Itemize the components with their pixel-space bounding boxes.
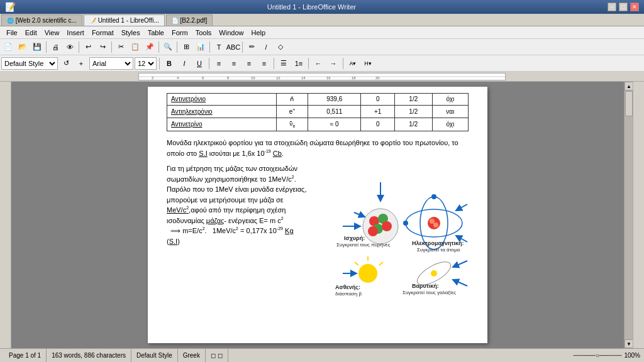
svg-text:20: 20 [375, 76, 380, 80]
align-right-btn[interactable]: ≡ [242, 57, 256, 70]
highlight-btn[interactable]: H▾ [361, 57, 375, 70]
table-cell: όχι [432, 94, 468, 106]
paragraph-1: Μονάδα ηλεκτρικού φορτίου για τα στοιχει… [167, 138, 469, 158]
style-update-btn[interactable]: ↺ [59, 57, 73, 70]
maximize-button[interactable]: □ [619, 3, 628, 11]
strong-label: Ισχυρή: [344, 235, 365, 241]
new-style-btn[interactable]: + [74, 57, 88, 70]
menu-view[interactable]: View [41, 28, 64, 38]
minimize-button[interactable]: − [608, 3, 616, 11]
main-area: Αντινετρόνιο n̄ 939,6 0 1/2 όχι Αντιηλεκ… [0, 82, 644, 348]
draw-btn[interactable]: ✏ [245, 40, 258, 54]
align-left-btn[interactable]: ≡ [212, 57, 226, 70]
zoom-slider[interactable]: ─────○───── [574, 352, 622, 359]
tab-pdf[interactable]: 📄 [B2.2.pdf] [166, 14, 213, 26]
table-cell: 1/2 [395, 94, 432, 106]
preview-btn[interactable]: 👁 [63, 40, 77, 54]
underline-mev: MeV/c2 [167, 206, 189, 214]
table-cell: ≈ 0 [308, 118, 361, 131]
sep6 [209, 41, 210, 53]
scroll-up-btn[interactable]: ▲ [625, 82, 633, 90]
close-button[interactable]: ✕ [630, 3, 639, 11]
redo-btn[interactable]: ↪ [96, 40, 109, 54]
menu-insert[interactable]: Insert [63, 28, 88, 38]
sep-f2 [209, 58, 209, 69]
find-btn[interactable]: 🔍 [161, 40, 175, 54]
align-justify-btn[interactable]: ≡ [257, 57, 271, 70]
svg-text:10: 10 [251, 76, 255, 80]
shapes-btn[interactable]: ◇ [274, 40, 287, 54]
numlist-btn[interactable]: 1≡ [292, 57, 306, 70]
print-btn[interactable]: 🖨 [48, 40, 62, 54]
table-cell: 0 [361, 94, 395, 106]
copy-btn[interactable]: 📋 [128, 40, 142, 54]
svg-text:12: 12 [276, 76, 280, 80]
sep1 [46, 41, 47, 53]
line-btn[interactable]: / [259, 40, 273, 54]
tab-web[interactable]: 🌐 [Web 2.0 scientific c... [1, 14, 82, 26]
spell-btn[interactable]: ABC [226, 40, 240, 54]
menu-window[interactable]: Window [215, 28, 247, 38]
save-btn[interactable]: 💾 [30, 40, 44, 54]
document-area[interactable]: Αντινετρόνιο n̄ 939,6 0 1/2 όχι Αντιηλεκ… [11, 82, 624, 348]
font-select[interactable]: Arial [89, 57, 133, 70]
menu-table[interactable]: Table [144, 28, 168, 38]
menu-tools[interactable]: Tools [192, 28, 216, 38]
vertical-scrollbar[interactable]: ▲ ▼ [624, 82, 633, 348]
style-select[interactable]: Default Style [1, 57, 58, 70]
menu-form[interactable]: Form [168, 28, 192, 38]
svg-point-22 [430, 219, 435, 224]
table-cell: Αντιηλεκτρόνιο [167, 106, 277, 118]
svg-point-23 [433, 222, 438, 228]
menu-styles[interactable]: Styles [118, 28, 144, 38]
indent-inc-btn[interactable]: → [326, 57, 340, 70]
align-center-btn[interactable]: ≡ [227, 57, 241, 70]
status-right: ─────○───── 100% [574, 352, 640, 359]
paste-btn[interactable]: 📌 [143, 40, 157, 54]
table-row: Αντινετρόνιο n̄ 939,6 0 1/2 όχι [167, 94, 469, 106]
menu-edit[interactable]: Edit [21, 28, 41, 38]
scroll-thumb[interactable] [625, 91, 633, 116]
titlebar: 📝 Untitled 1 - LibreOffice Writer − □ ✕ [0, 0, 644, 14]
open-btn[interactable]: 📂 [16, 40, 30, 54]
table-btn[interactable]: ⊞ [179, 40, 193, 54]
strong-sublabel: Συγκρατεί τους πυρήνες [336, 242, 391, 248]
particles-table: Αντινετρόνιο n̄ 939,6 0 1/2 όχι Αντιηλεκ… [167, 93, 469, 131]
underline-btn[interactable]: U [192, 57, 206, 70]
table-cell: Αντινετρόνιο [167, 94, 277, 106]
underline-cb: Cb [273, 150, 282, 157]
tab-writer[interactable]: 📝 Untitled 1 - LibreOffi... [84, 14, 165, 26]
table-cell: Αντινετρίνο [167, 118, 277, 131]
insert-fields-btn[interactable]: T [212, 40, 226, 54]
underline-kg: Kg [285, 227, 293, 234]
chart-btn[interactable]: 📊 [194, 40, 208, 54]
em-label: Ηλεκτρομαγνητική: [412, 240, 464, 246]
svg-text:16: 16 [326, 76, 331, 80]
svg-line-28 [354, 212, 365, 217]
sep-f3 [274, 58, 274, 69]
style-info: Default Style [131, 349, 178, 362]
status-bar: Page 1 of 1 163 words, 886 characters De… [0, 348, 644, 362]
size-select[interactable]: 12 [135, 57, 157, 70]
svg-point-21 [428, 217, 440, 229]
italic-btn[interactable]: I [177, 57, 191, 70]
menu-file[interactable]: File [3, 28, 21, 38]
undo-btn[interactable]: ↩ [81, 40, 95, 54]
scroll-down-btn[interactable]: ▼ [625, 339, 633, 348]
bold-btn[interactable]: B [162, 57, 176, 70]
svg-line-32 [355, 262, 358, 265]
list-btn[interactable]: ☰ [277, 57, 291, 70]
color-btn[interactable]: A▾ [346, 57, 360, 70]
ruler: 2 4 6 8 10 12 14 16 18 20 [0, 72, 644, 82]
table-cell: e+ [276, 106, 308, 118]
new-btn[interactable]: 📄 [1, 40, 15, 54]
menu-help[interactable]: Help [247, 28, 269, 38]
weak-label: Ασθενής: [335, 284, 360, 290]
scroll-track[interactable] [625, 90, 633, 339]
menu-format[interactable]: Format [88, 28, 118, 38]
table-row: Αντινετρίνο ν̄e ≈ 0 0 1/2 όχι [167, 118, 469, 131]
indent-dec-btn[interactable]: ← [311, 57, 325, 70]
svg-text:18: 18 [352, 76, 356, 80]
cut-btn[interactable]: ✂ [114, 40, 128, 54]
svg-point-29 [358, 264, 377, 283]
